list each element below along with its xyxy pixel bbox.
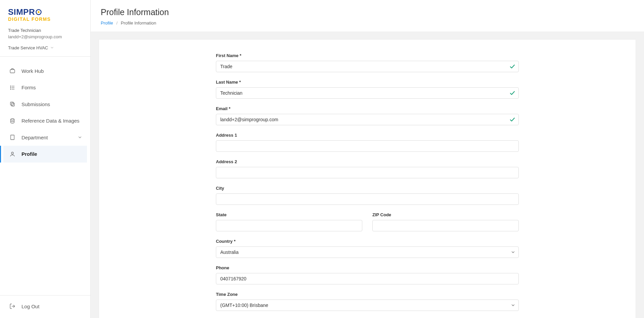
profile-form: First Name * Last Name * (216, 53, 519, 318)
label-address1: Address 1 (216, 133, 519, 138)
sidebar-item-label: Forms (21, 84, 82, 91)
address1-input[interactable] (216, 140, 519, 152)
state-input[interactable] (216, 220, 362, 231)
user-email: landd+2@simprogroup.com (8, 34, 82, 39)
copy-icon (9, 101, 15, 107)
sidebar-header: SIMPR DIGITAL FORMS Trade Technician lan… (0, 0, 90, 57)
building-icon (9, 134, 15, 140)
breadcrumb-parent[interactable]: Profile (101, 20, 113, 26)
logout-button[interactable]: Log Out (3, 298, 87, 315)
logo-line1: SIMPR (8, 8, 82, 16)
field-email: Email * (216, 106, 519, 125)
label-phone: Phone (216, 265, 519, 270)
sidebar: SIMPR DIGITAL FORMS Trade Technician lan… (0, 0, 91, 318)
label-last-name: Last Name * (216, 80, 519, 85)
breadcrumb: Profile / Profile Information (101, 20, 634, 26)
label-first-name: First Name * (216, 53, 519, 58)
field-last-name: Last Name * (216, 80, 519, 99)
form-card: First Name * Last Name * (99, 39, 636, 318)
logout-label: Log Out (21, 303, 82, 310)
label-zip: ZIP Code (372, 212, 519, 217)
page-title: Profile Information (101, 7, 634, 17)
sidebar-item-profile[interactable]: Profile (3, 146, 87, 163)
first-name-input[interactable] (216, 61, 519, 72)
person-icon (9, 151, 15, 157)
content-region: First Name * Last Name * (91, 32, 644, 318)
sidebar-footer: Log Out (0, 295, 90, 318)
svg-rect-9 (11, 103, 14, 106)
field-timezone: Time Zone (GMT+10:00) Brisbane (216, 292, 519, 311)
zip-input[interactable] (372, 220, 519, 231)
sidebar-item-forms[interactable]: Forms (3, 79, 87, 96)
briefcase-icon (9, 68, 15, 74)
list-icon (9, 85, 15, 91)
field-first-name: First Name * (216, 53, 519, 72)
logo-subtitle: DIGITAL FORMS (8, 16, 82, 22)
breadcrumb-current: Profile Information (121, 20, 156, 26)
org-switcher[interactable]: Trade Service HVAC (8, 45, 82, 50)
field-city: City (216, 186, 519, 205)
field-state: State (216, 212, 362, 231)
field-address2: Address 2 (216, 159, 519, 178)
user-display-name: Trade Technician (8, 28, 82, 33)
address2-input[interactable] (216, 167, 519, 178)
sidebar-item-work-hub[interactable]: Work Hub (3, 63, 87, 80)
field-address1: Address 1 (216, 133, 519, 152)
logo-text-left: SIMPR (8, 8, 35, 16)
sidebar-nav: Work Hub Forms Submissions Reference Dat… (0, 57, 90, 295)
logo: SIMPR DIGITAL FORMS (8, 8, 82, 22)
chevron-down-icon (78, 135, 82, 140)
svg-point-1 (38, 11, 39, 13)
main: Profile Information Profile / Profile In… (91, 0, 644, 318)
sidebar-item-reference-data[interactable]: Reference Data & Images (3, 112, 87, 129)
label-address2: Address 2 (216, 159, 519, 164)
sidebar-item-submissions[interactable]: Submissions (3, 96, 87, 113)
timezone-select[interactable]: (GMT+10:00) Brisbane (216, 300, 519, 311)
phone-input[interactable] (216, 273, 519, 284)
svg-point-8 (10, 89, 11, 90)
country-select[interactable]: Australia (216, 246, 519, 258)
field-zip: ZIP Code (372, 212, 519, 231)
sidebar-item-label: Submissions (21, 101, 82, 108)
database-icon (9, 118, 15, 124)
field-country: Country * Australia (216, 239, 519, 258)
field-phone: Phone (216, 265, 519, 284)
page-header: Profile Information Profile / Profile In… (91, 0, 644, 32)
label-email: Email * (216, 106, 519, 111)
svg-point-7 (10, 87, 11, 88)
breadcrumb-sep: / (116, 20, 118, 26)
label-country: Country * (216, 239, 519, 244)
org-name: Trade Service HVAC (8, 45, 48, 50)
svg-rect-2 (10, 70, 15, 73)
label-city: City (216, 186, 519, 191)
label-timezone: Time Zone (216, 292, 519, 297)
sidebar-item-label: Work Hub (21, 68, 82, 75)
gear-icon (35, 9, 42, 15)
sidebar-item-label: Profile (21, 151, 82, 157)
svg-rect-10 (10, 102, 13, 105)
row-state-zip: State ZIP Code (216, 212, 519, 231)
svg-point-11 (11, 119, 14, 120)
svg-point-19 (11, 152, 13, 154)
chevron-down-icon (50, 46, 54, 50)
sidebar-item-label: Department (21, 134, 78, 141)
email-input[interactable] (216, 114, 519, 125)
sidebar-item-label: Reference Data & Images (21, 118, 82, 124)
last-name-input[interactable] (216, 87, 519, 99)
logout-icon (9, 303, 15, 309)
label-state: State (216, 212, 362, 217)
sidebar-item-department[interactable]: Department (3, 129, 87, 146)
svg-rect-12 (11, 135, 14, 140)
city-input[interactable] (216, 193, 519, 205)
svg-point-6 (10, 86, 11, 87)
